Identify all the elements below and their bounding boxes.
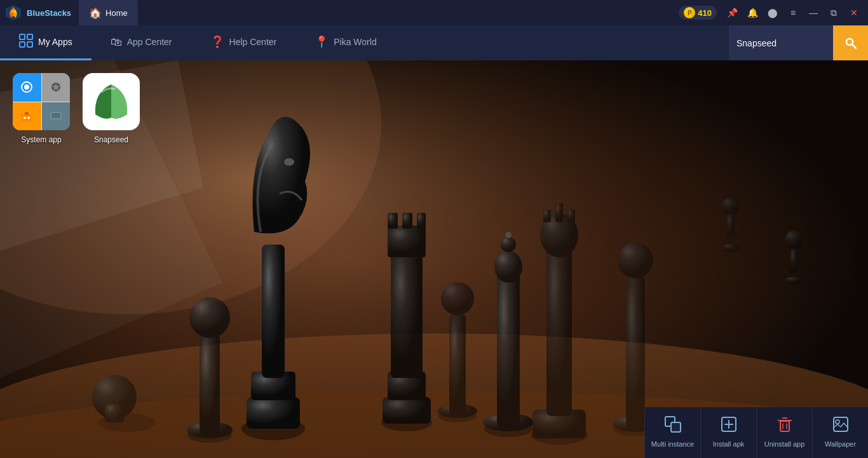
search-input-wrap <box>729 25 833 60</box>
svg-line-11 <box>852 44 856 48</box>
svg-point-67 <box>24 84 29 90</box>
restore-button[interactable]: ⧉ <box>825 4 843 22</box>
tab-pika-world[interactable]: 📍 Pika World <box>295 25 395 60</box>
snapseed-app-item[interactable]: Snapseed <box>83 73 140 144</box>
system-app-icon <box>13 73 70 130</box>
close-button[interactable]: ✕ <box>845 4 863 22</box>
svg-rect-65 <box>105 403 124 422</box>
svg-rect-7 <box>27 34 32 39</box>
my-apps-icon <box>19 34 33 51</box>
svg-rect-28 <box>262 245 285 378</box>
svg-rect-20 <box>727 215 735 237</box>
pika-world-icon: 📍 <box>315 35 329 49</box>
svg-rect-62 <box>567 210 575 222</box>
bluestacks-logo <box>4 3 23 22</box>
wallpaper-icon <box>832 416 849 436</box>
sys-icon-3 <box>13 102 41 131</box>
tab-app-center-label: App Center <box>127 37 172 47</box>
svg-rect-34 <box>388 226 426 257</box>
svg-rect-71 <box>24 117 26 119</box>
tab-help-center[interactable]: ❓ Help Center <box>191 25 296 60</box>
bottom-toolbar: Multi instance Install apk <box>644 407 868 458</box>
svg-point-24 <box>785 276 804 284</box>
record-button[interactable]: ⬤ <box>764 4 782 22</box>
svg-rect-61 <box>555 203 563 222</box>
svg-rect-54 <box>626 276 645 429</box>
svg-rect-58 <box>546 238 572 416</box>
points-value: 410 <box>698 8 712 18</box>
search-input[interactable] <box>736 38 825 48</box>
svg-point-22 <box>785 231 804 250</box>
svg-rect-6 <box>20 34 25 39</box>
points-badge: P 410 <box>679 6 717 20</box>
multi-instance-label: Multi instance <box>651 440 694 448</box>
multi-instance-icon <box>665 416 681 436</box>
nav-bar: My Apps 🛍 App Center ❓ Help Center 📍 Pik… <box>0 25 868 60</box>
svg-rect-36 <box>402 213 412 229</box>
svg-rect-35 <box>388 213 398 229</box>
svg-point-43 <box>505 232 512 238</box>
svg-rect-40 <box>497 270 520 429</box>
title-bar-right: P 410 📌 🔔 ⬤ ≡ — ⧉ ✕ <box>679 4 868 22</box>
svg-rect-9 <box>27 42 32 47</box>
tab-my-apps-label: My Apps <box>38 37 72 47</box>
tab-app-center[interactable]: 🛍 App Center <box>92 25 191 60</box>
svg-rect-37 <box>417 213 426 229</box>
svg-rect-72 <box>27 117 30 119</box>
points-coin: P <box>684 7 695 18</box>
install-apk-button[interactable]: Install apk <box>700 407 756 458</box>
svg-point-41 <box>494 251 522 283</box>
tab-pika-world-label: Pika World <box>334 37 376 47</box>
active-tab-label: Home <box>105 8 128 18</box>
svg-rect-60 <box>543 210 551 222</box>
svg-rect-46 <box>200 333 220 435</box>
active-tab[interactable]: 🏠 Home <box>79 0 138 25</box>
pin-button[interactable]: 📌 <box>723 4 741 22</box>
svg-point-42 <box>501 237 516 252</box>
svg-rect-74 <box>51 113 60 118</box>
svg-rect-77 <box>671 422 681 432</box>
apps-area: System app Snapseed <box>13 73 140 144</box>
sys-icon-2 <box>42 73 71 102</box>
home-tab-icon: 🏠 <box>89 7 102 19</box>
svg-point-55 <box>618 243 653 278</box>
svg-rect-81 <box>780 421 789 431</box>
svg-rect-75 <box>53 119 58 121</box>
svg-rect-70 <box>25 112 29 115</box>
svg-point-29 <box>284 158 294 166</box>
svg-rect-50 <box>449 314 466 416</box>
uninstall-app-icon <box>776 416 793 436</box>
svg-rect-23 <box>790 249 798 274</box>
snapseed-label: Snapseed <box>94 135 128 144</box>
brand-name: BlueStacks <box>27 8 71 18</box>
sys-icon-4 <box>42 102 71 131</box>
wallpaper-button[interactable]: Wallpaper <box>812 407 868 458</box>
main-content: System app Snapseed <box>0 60 868 458</box>
svg-rect-26 <box>247 397 300 429</box>
multi-instance-button[interactable]: Multi instance <box>644 407 700 458</box>
system-app-item[interactable]: System app <box>13 73 70 144</box>
title-bar: BlueStacks 🏠 Home P 410 📌 🔔 ⬤ ≡ — ⧉ ✕ <box>0 0 868 25</box>
bell-button[interactable]: 🔔 <box>743 4 761 22</box>
tab-help-center-label: Help Center <box>229 37 277 47</box>
svg-rect-31 <box>383 397 431 424</box>
svg-point-47 <box>189 297 230 338</box>
minimize-button[interactable]: — <box>804 4 822 22</box>
svg-point-19 <box>722 198 740 215</box>
uninstall-app-label: Uninstall app <box>764 440 805 448</box>
install-apk-icon <box>721 416 737 436</box>
app-center-icon: 🛍 <box>111 36 122 49</box>
install-apk-label: Install apk <box>713 440 745 448</box>
uninstall-app-button[interactable]: Uninstall app <box>756 407 812 458</box>
system-app-label: System app <box>21 135 61 144</box>
search-button[interactable] <box>833 25 868 60</box>
svg-point-51 <box>441 282 474 315</box>
tab-my-apps[interactable]: My Apps <box>0 25 92 60</box>
help-center-icon: ❓ <box>210 35 224 49</box>
search-container <box>729 25 868 60</box>
wallpaper-label: Wallpaper <box>825 440 856 448</box>
svg-rect-33 <box>391 251 423 378</box>
snapseed-icon <box>83 73 140 130</box>
menu-button[interactable]: ≡ <box>784 4 802 22</box>
sys-icon-1 <box>13 73 41 102</box>
